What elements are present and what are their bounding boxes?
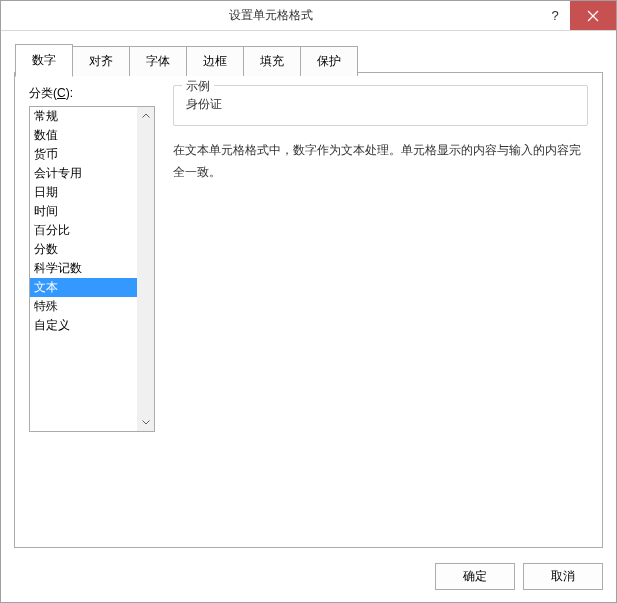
- format-description: 在文本单元格格式中，数字作为文本处理。单元格显示的内容与输入的内容完全一致。: [173, 140, 588, 183]
- sample-value: 身份证: [186, 96, 575, 113]
- sample-fieldset: 示例 身份证: [173, 85, 588, 126]
- list-item[interactable]: 数值: [30, 126, 154, 145]
- list-item[interactable]: 特殊: [30, 297, 154, 316]
- scrollbar[interactable]: [137, 107, 154, 431]
- list-item[interactable]: 自定义: [30, 316, 154, 335]
- sample-legend: 示例: [182, 78, 214, 95]
- help-button[interactable]: ?: [540, 1, 570, 30]
- tab-strip: 数字对齐字体边框填充保护: [15, 46, 616, 76]
- tab-2[interactable]: 字体: [129, 46, 187, 76]
- tab-5[interactable]: 保护: [300, 46, 358, 76]
- close-button[interactable]: [570, 1, 616, 30]
- list-item[interactable]: 分数: [30, 240, 154, 259]
- list-item[interactable]: 文本: [30, 278, 154, 297]
- scroll-up-icon[interactable]: [137, 107, 154, 124]
- list-item[interactable]: 货币: [30, 145, 154, 164]
- tab-0[interactable]: 数字: [15, 44, 73, 77]
- cancel-button[interactable]: 取消: [523, 563, 603, 590]
- category-column: 分类(C): 常规数值货币会计专用日期时间百分比分数科学记数文本特殊自定义: [29, 85, 155, 535]
- list-item[interactable]: 日期: [30, 183, 154, 202]
- scroll-down-icon[interactable]: [137, 414, 154, 431]
- tab-1[interactable]: 对齐: [72, 46, 130, 76]
- ok-button[interactable]: 确定: [435, 563, 515, 590]
- tab-3[interactable]: 边框: [186, 46, 244, 76]
- titlebar: 设置单元格格式 ?: [1, 1, 616, 31]
- list-item[interactable]: 会计专用: [30, 164, 154, 183]
- tab-4[interactable]: 填充: [243, 46, 301, 76]
- list-item[interactable]: 时间: [30, 202, 154, 221]
- button-bar: 确定 取消: [435, 563, 603, 590]
- category-listbox[interactable]: 常规数值货币会计专用日期时间百分比分数科学记数文本特殊自定义: [29, 106, 155, 432]
- list-item[interactable]: 百分比: [30, 221, 154, 240]
- list-item[interactable]: 常规: [30, 107, 154, 126]
- detail-column: 示例 身份证 在文本单元格格式中，数字作为文本处理。单元格显示的内容与输入的内容…: [155, 85, 588, 535]
- dialog-title: 设置单元格格式: [1, 7, 540, 24]
- close-icon: [587, 10, 599, 22]
- list-item[interactable]: 科学记数: [30, 259, 154, 278]
- titlebar-controls: ?: [540, 1, 616, 30]
- tab-panel-number: 分类(C): 常规数值货币会计专用日期时间百分比分数科学记数文本特殊自定义 示例…: [14, 72, 603, 548]
- category-label: 分类(C):: [29, 85, 155, 102]
